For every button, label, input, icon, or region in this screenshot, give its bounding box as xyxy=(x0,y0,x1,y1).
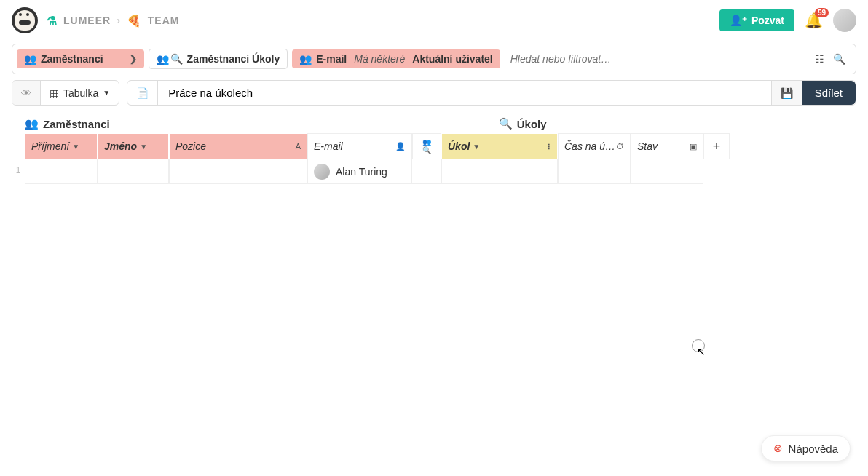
add-column-button[interactable]: + xyxy=(703,133,730,159)
cell[interactable] xyxy=(558,159,631,184)
eye-icon: 👁 xyxy=(21,87,31,99)
visibility-toggle[interactable]: 👁 xyxy=(12,81,41,105)
filter-op: Má některé xyxy=(354,53,405,65)
user-type-icon: 👤 xyxy=(395,142,406,151)
cell-value: Alan Turing xyxy=(336,166,387,178)
link-cell[interactable] xyxy=(412,159,441,184)
breadcrumb-org[interactable]: LUMEER xyxy=(63,15,111,26)
table-left-title: Zaměstnanci xyxy=(43,118,110,130)
table-group-left[interactable]: 👥 Zaměstnanci xyxy=(25,117,110,130)
notifications-button[interactable]: 🔔 59 xyxy=(805,12,823,29)
app-header: ⚗ LUMEER › 🍕 TEAM 👤⁺ Pozvat 🔔 59 xyxy=(0,0,868,41)
text-type-icon: A xyxy=(296,142,301,151)
search-icon[interactable]: 🔍 xyxy=(833,53,845,65)
search-icon: 🔍 xyxy=(422,146,431,154)
column-header-cas[interactable]: Čas na úk… ⏱ xyxy=(558,133,631,159)
chevron-down-icon: ▼ xyxy=(72,143,79,151)
clock-type-icon: ⏱ xyxy=(616,142,624,151)
search-icon: 🔍 xyxy=(170,53,183,65)
pizza-icon: 🍕 xyxy=(127,14,142,28)
row-number: 1 xyxy=(12,133,25,175)
filter-value: Aktuální uživatel xyxy=(412,53,492,65)
chevron-right-icon: ❯ xyxy=(130,54,137,64)
flask-icon: ⚗ xyxy=(47,14,58,28)
users-icon: 👥 xyxy=(299,53,312,65)
document-icon-button[interactable]: 📄 xyxy=(127,81,158,105)
cursor-indicator: ↖ xyxy=(692,339,705,352)
link-chip[interactable]: 👥 🔍 Zaměstnanci Úkoly xyxy=(149,49,288,69)
notification-badge: 59 xyxy=(815,8,829,17)
user-avatar[interactable] xyxy=(833,9,856,32)
chevron-right-icon: › xyxy=(117,15,121,26)
collection-chip-label: Zaměstnanci xyxy=(41,53,103,65)
lifebuoy-icon: ⊗ xyxy=(773,442,783,455)
users-icon: 👥 xyxy=(25,117,39,130)
settings-icon[interactable]: ☷ xyxy=(815,53,824,65)
table-group-right[interactable]: 🔍 Úkoly xyxy=(499,117,547,130)
cell[interactable] xyxy=(25,159,98,184)
users-icon: 👥 xyxy=(24,53,36,65)
link-chip-label: Zaměstnanci Úkoly xyxy=(187,53,280,65)
view-toolbar: 👁 ▦ Tabulka ▼ 📄 💾 Sdílet xyxy=(12,80,856,106)
table-area: 👥 Zaměstnanci 🔍 Úkoly 1 Příjmení ▼ Jméno… xyxy=(12,117,856,184)
chevron-down-icon: ▼ xyxy=(140,143,147,151)
users-icon: 👥 xyxy=(422,138,431,146)
search-icon: 🔍 xyxy=(499,117,513,130)
cursor-icon: ↖ xyxy=(697,346,706,357)
cell[interactable] xyxy=(441,159,558,184)
view-type-label: Tabulka xyxy=(63,87,98,99)
column-header-ukol[interactable]: Úkol ▼ ⫶ xyxy=(441,133,558,159)
help-button[interactable]: ⊗ Nápověda xyxy=(761,435,851,461)
chevron-down-icon: ▼ xyxy=(473,143,480,151)
column-header-stav[interactable]: Stav ▣ xyxy=(631,133,703,159)
cell[interactable] xyxy=(169,159,307,184)
column-header-pozice[interactable]: Pozice A xyxy=(169,133,307,159)
share-button[interactable]: Sdílet xyxy=(802,81,856,105)
invite-label: Pozvat xyxy=(751,15,784,26)
table-right-title: Úkoly xyxy=(517,118,547,130)
link-column[interactable]: 👥 🔍 xyxy=(412,133,441,159)
column-header-email[interactable]: E-mail 👤 xyxy=(307,133,412,159)
cell[interactable] xyxy=(98,159,169,184)
column-header-prijmeni[interactable]: Příjmení ▼ xyxy=(25,133,98,159)
collection-chip[interactable]: 👥 Zaměstnanci ❯ xyxy=(17,49,144,68)
cell-email[interactable]: Alan Turing xyxy=(307,159,412,184)
select-type-icon: ▣ xyxy=(690,142,697,151)
document-icon: 📄 xyxy=(136,87,149,99)
save-button[interactable]: 💾 xyxy=(771,81,802,105)
table-icon: ▦ xyxy=(50,87,59,99)
view-name-input[interactable] xyxy=(158,81,770,105)
attribute-filter-chip[interactable]: 👥 E-mail Má některé Aktuální uživatel xyxy=(292,49,500,68)
filter-attr: E-mail xyxy=(316,53,347,65)
invite-button[interactable]: 👤⁺ Pozvat xyxy=(719,9,794,31)
breadcrumb: ⚗ LUMEER › 🍕 TEAM xyxy=(47,14,179,28)
column-header-jmeno[interactable]: Jméno ▼ xyxy=(98,133,169,159)
save-icon: 💾 xyxy=(781,87,793,99)
search-input[interactable] xyxy=(505,50,805,68)
user-avatar-small xyxy=(314,164,330,180)
view-type-selector[interactable]: ▦ Tabulka ▼ xyxy=(41,81,119,105)
users-icon: 👥 xyxy=(157,53,169,65)
cell[interactable] xyxy=(631,159,703,184)
help-label: Nápověda xyxy=(789,443,838,455)
breadcrumb-project[interactable]: TEAM xyxy=(148,15,180,26)
chevron-down-icon: ▼ xyxy=(103,89,110,97)
filter-bar: 👥 Zaměstnanci ❯ 👥 🔍 Zaměstnanci Úkoly 👥 … xyxy=(12,44,856,74)
app-logo[interactable] xyxy=(12,7,38,33)
list-type-icon: ⫶ xyxy=(547,142,551,151)
user-plus-icon: 👤⁺ xyxy=(730,15,747,26)
